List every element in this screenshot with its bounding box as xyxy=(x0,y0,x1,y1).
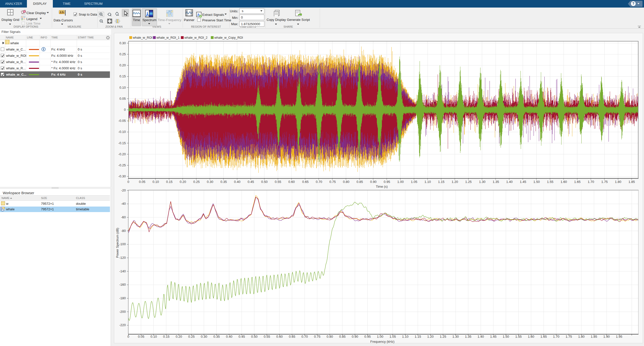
svg-text:2.5: 2.5 xyxy=(60,11,64,14)
